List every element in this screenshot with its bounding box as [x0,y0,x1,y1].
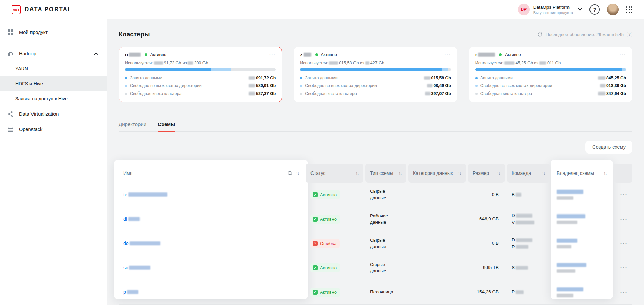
create-schema-button[interactable]: Создать схему [585,141,632,154]
search-icon[interactable] [287,171,293,176]
row-menu-button[interactable]: ··· [620,192,628,198]
legend-dot-quota-icon [300,93,302,95]
sort-icon[interactable]: ↑↓ [296,171,299,175]
schema-type: Сырые данные [365,237,406,249]
sort-icon[interactable]: ↑↓ [356,171,359,175]
status-cross-icon: × [313,241,318,246]
product-switcher[interactable]: DP DataOps Platform Вы участник продукта [518,4,582,15]
product-badge: DP [518,4,530,15]
cluster-usage: Используется: 015,58 Gb из 427 Gb [300,61,451,65]
app: MWS DATA PORTAL DP DataOps Platform Вы у… [0,0,644,305]
table-row[interactable]: sc✓АктивноСырые данные9,65 TBS··· [119,256,632,280]
schema-type: Рабочие данные [365,213,406,225]
cluster-usage: Используется: 91,72 Gb из 200 Gb [125,61,276,65]
sort-icon[interactable]: ↑↓ [458,171,461,175]
row-menu-button[interactable]: ··· [620,265,628,271]
cluster-menu-button[interactable]: ··· [269,52,276,57]
elephant-icon [7,51,14,56]
tab-directories[interactable]: Директории [119,121,146,131]
column-header-name[interactable]: Имя↑↓ [119,164,304,183]
product-subtitle: Вы участник продукта [533,11,573,15]
sidebar-item-hdfs-hive[interactable]: HDFS и Hive [0,76,107,91]
schema-owner [552,214,611,224]
status-check-icon: ✓ [313,217,318,222]
table-body: te✓АктивноСырые данные0 BB···df✓АктивноР… [119,183,632,305]
sort-icon[interactable]: ↑↓ [399,171,402,175]
usage-progressbar [300,68,451,71]
status-label: Активно [320,265,337,271]
column-label: Имя [123,170,132,176]
schema-name-link[interactable]: te [123,191,168,198]
column-header-status[interactable]: Статус↑↓ [306,164,363,183]
last-update: Последнее обновление: 29 мая в 5:45 ? [537,32,632,37]
sidebar-item-hive-access[interactable]: Заявка на доступ к Hive [0,91,107,106]
usage-legend: Занято данными015,58 Gb Свободно во всех… [300,75,451,96]
table-row[interactable]: df✓АктивноРабочие данные646,9 GBDV··· [119,207,632,231]
column-label: Статус [310,170,325,176]
apps-grid-icon[interactable] [626,6,632,13]
schema-owner [552,239,611,248]
sort-icon[interactable]: ↑↓ [604,171,607,175]
cluster-card-1[interactable]: o Активно ··· Используется: 91,72 Gb из … [119,47,282,102]
schema-name-link[interactable]: sc [123,265,151,271]
row-menu-button[interactable]: ··· [620,216,628,222]
sidebar-item-yarn[interactable]: YARN [0,61,107,76]
column-header-owner[interactable]: Владелец схемы↑↓ [552,164,611,183]
column-label: Размер [473,170,489,176]
chevron-up-icon [94,52,98,55]
help-button[interactable]: ? [589,4,600,15]
schema-size: 646,9 GB [468,216,505,222]
schema-team: DR [507,236,550,250]
table-row[interactable]: do×ОшибкаСырые данные0 BDR··· [119,231,632,256]
cluster-menu-button[interactable]: ··· [444,52,451,57]
sidebar-item-my-product[interactable]: Мой продукт [0,24,107,40]
column-header-size[interactable]: Размер↑↓ [468,164,505,183]
table-row[interactable]: p✓АктивноПесочница154,26 GBP··· [119,280,632,305]
sort-icon[interactable]: ↑↓ [542,171,545,175]
refresh-icon[interactable] [537,32,542,37]
chevron-down-icon [578,8,582,11]
cluster-name: o [125,52,142,57]
cluster-usage: Используется: 45,25 Gb из 011 Gb [475,61,626,65]
schema-team: DV [507,212,550,226]
table-row[interactable]: te✓АктивноСырые данные0 BB··· [119,183,632,207]
nodes-icon [7,111,14,117]
status-label: Ошибка [320,241,336,247]
brand: MWS DATA PORTAL [12,5,72,14]
product-name: DataOps Platform [533,5,573,10]
legend-dot-quota-icon [125,93,127,95]
column-header-type[interactable]: Тип схемы↑↓ [365,164,406,183]
row-menu-button[interactable]: ··· [620,241,628,247]
sort-icon[interactable]: ↑↓ [497,171,500,175]
usage-progressbar [475,68,626,71]
tabs: Директории Схемы [119,121,632,132]
column-label: Тип схемы [370,170,393,176]
schema-name-link[interactable]: df [123,216,141,222]
schema-name-link[interactable]: p [123,289,139,296]
row-menu-button[interactable]: ··· [620,289,628,296]
sidebar-item-hadoop[interactable]: Hadoop [0,46,107,61]
status-badge: ✓Активно [310,190,340,200]
tab-schemas[interactable]: Схемы [158,121,175,131]
schema-type: Песочница [365,289,406,295]
avatar[interactable] [607,4,619,15]
schema-type: Сырые данные [365,262,406,274]
schema-name-link[interactable]: do [123,240,162,247]
column-header-category[interactable]: Категория данных↑↓ [408,164,466,183]
column-label: Владелец схемы [557,170,594,176]
column-label: Команда [512,170,531,176]
status-label: Активно [320,192,337,198]
legend-dot-free-icon [125,85,127,87]
status-dot-icon [145,53,147,56]
cluster-card-2[interactable]: z Активно ··· Используется: 015,58 Gb из… [294,47,457,102]
legend-dot-used-icon [125,77,127,79]
cluster-menu-button[interactable]: ··· [619,52,626,57]
legend-dot-free-icon [475,85,478,87]
schema-owner [552,287,611,297]
sidebar-item-data-virtualization[interactable]: Data Virtualization [0,106,107,122]
info-icon[interactable]: ? [627,32,632,37]
sidebar-item-openstack[interactable]: Openstack [0,122,107,137]
column-header-team[interactable]: Команда↑↓ [507,164,550,183]
status-dot-icon [499,53,502,56]
cluster-card-3[interactable]: r Активно ··· Используется: 45,25 Gb из … [469,47,632,102]
